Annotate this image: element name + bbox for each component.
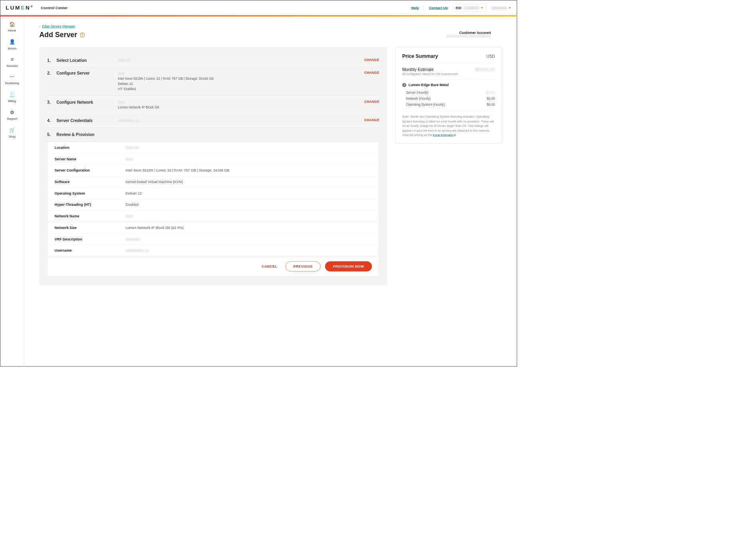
cart-icon: 🛒: [0, 127, 24, 133]
price-section-title: ✓ Lumen Edge Bare Metal: [402, 83, 495, 87]
price-line: Network (Hourly)$0.00: [402, 96, 495, 102]
review-label: Server Name: [55, 157, 126, 161]
wizard-panel: 1. Select Location Xxxx XX CHANGE 2. Con…: [39, 47, 387, 285]
customer-account: Customer Account XXXXXXXXXX (XXXXXXXXX): [446, 31, 491, 39]
username: username: [491, 6, 507, 10]
activity-icon: 〰: [0, 74, 24, 80]
eid-label: EID: [456, 6, 462, 10]
review-table: LocationXxxx XXServer NameXxxxServer Con…: [47, 142, 379, 256]
sidebar-shop[interactable]: 🛒Shop: [0, 124, 24, 142]
change-network-button[interactable]: CHANGE: [364, 100, 379, 104]
monthly-estimate-value: $XXXX.XX: [475, 67, 495, 72]
step-configure-network: 3. Configure Network Xxxx Lumen Network …: [47, 96, 379, 114]
review-row: LocationXxxx XX: [47, 142, 379, 153]
review-row: Server ConfigurationIntel Xeon 5218N | C…: [47, 165, 379, 176]
review-value: Intel Xeon 5218N | Cores: 32 | RAM: 767 …: [126, 168, 229, 172]
review-label: VRF Description: [55, 237, 126, 241]
sidebar-services[interactable]: ≡Services: [0, 54, 24, 71]
home-icon: 🏠: [0, 21, 24, 27]
sidebar-billing[interactable]: 🧾Billing: [0, 89, 24, 106]
edge-estimator-link[interactable]: Edge Estimator: [433, 133, 453, 136]
currency-label: USD: [486, 54, 495, 59]
review-row: Usernamexxxxxxxxxx_xx: [47, 245, 379, 256]
chevron-left-icon: ‹: [39, 25, 40, 29]
previous-button[interactable]: PREVIOUS: [285, 261, 320, 271]
breadcrumb-link[interactable]: Edge Service Manager: [42, 25, 75, 29]
monthly-estimate-subtext: As configured, based on 720 hours/month: [402, 72, 495, 79]
sidebar-home[interactable]: 🏠Home: [0, 19, 24, 36]
change-location-button[interactable]: CHANGE: [364, 58, 379, 62]
review-label: Network Name: [55, 214, 126, 218]
price-note: Note: Server and Operating System licens…: [402, 111, 495, 137]
provision-now-button[interactable]: PROVISION NOW: [325, 261, 372, 271]
review-value: Lumen Network IP Block /26 (62 IPs): [126, 225, 184, 229]
action-bar: CANCEL PREVIOUS PROVISION NOW: [47, 256, 379, 277]
review-row: SoftwareKernel-based Virtual Machine (KV…: [47, 176, 379, 188]
review-row: VRF DescriptionXxxxXXX: [47, 233, 379, 245]
brand-logo: LUMEN®: [6, 4, 32, 11]
invoice-icon: 🧾: [0, 92, 24, 98]
review-value: XxxxXXX: [126, 237, 140, 241]
review-value: Xxxx: [126, 157, 133, 161]
change-server-button[interactable]: CHANGE: [364, 71, 379, 75]
price-line-label: Operating System (Hourly): [406, 103, 445, 107]
review-value: Xxxx: [126, 214, 133, 218]
price-summary-title: Price Summary: [402, 53, 438, 59]
chevron-down-icon: ▼: [509, 6, 511, 9]
review-label: Operating System: [55, 191, 126, 195]
review-value: Debian 12: [126, 191, 142, 195]
step-configure-server: 2. Configure Server Xxxx Intel Xeon 5218…: [47, 67, 379, 96]
page-title: Add Server ?: [39, 31, 85, 39]
sidebar: 🏠Home 👤Admin ≡Services 〰Monitoring 🧾Bill…: [0, 16, 24, 367]
review-label: Hyper-Threading (HT): [55, 203, 126, 207]
price-summary-card: Price Summary USD Monthly Estimate $XXXX…: [395, 47, 502, 143]
contact-us-link[interactable]: Contact Us: [429, 6, 448, 10]
review-row: Server NameXxxx: [47, 153, 379, 165]
review-row: Operating SystemDebian 12: [47, 187, 379, 199]
price-line: Server (Hourly)$X.XX: [402, 90, 495, 96]
review-value: Xxxx XX: [126, 145, 139, 149]
sidebar-support[interactable]: ⚙Support: [0, 106, 24, 124]
review-value: xxxxxxxxxx_xx: [126, 248, 149, 252]
external-link-icon: ⧉: [454, 133, 456, 136]
review-value: Enabled: [126, 203, 139, 207]
step-select-location: 1. Select Location Xxxx XX CHANGE: [47, 54, 379, 67]
eid-selector[interactable]: EID 12345678 ▼: [453, 4, 486, 12]
step-review-provision: 5. Review & Provision: [47, 128, 379, 142]
cancel-button[interactable]: CANCEL: [258, 262, 281, 271]
monthly-estimate-label: Monthly Estimate: [402, 67, 434, 72]
step-server-credentials: 4. Server Credentials xxxxxxxxxx_xx CHAN…: [47, 114, 379, 128]
eid-value: 12345678: [463, 6, 479, 10]
price-line-label: Server (Hourly): [406, 91, 428, 95]
review-row: Network NameXxxx: [47, 211, 379, 222]
help-link[interactable]: Help: [411, 6, 419, 10]
sidebar-admin[interactable]: 👤Admin: [0, 36, 24, 53]
main-content: ‹ Edge Service Manager Add Server ? Cust…: [24, 16, 517, 367]
help-icon[interactable]: ?: [80, 32, 85, 37]
user-menu[interactable]: username ▼: [491, 6, 511, 10]
divider: [424, 5, 424, 11]
sidebar-monitoring[interactable]: 〰Monitoring: [0, 71, 24, 88]
review-label: Software: [55, 179, 126, 183]
review-label: Username: [55, 248, 126, 252]
price-line-amount: $0.00: [487, 97, 495, 101]
product-name: Control Center: [41, 6, 67, 10]
review-label: Network Size: [55, 225, 126, 229]
gear-icon: ⚙: [0, 109, 24, 115]
review-label: Server Configuration: [55, 168, 126, 172]
person-icon: 👤: [0, 39, 24, 45]
review-label: Location: [55, 145, 126, 149]
review-value: Kernel-based Virtual Machine (KVM): [126, 179, 183, 183]
check-icon: ✓: [402, 83, 406, 87]
breadcrumb: ‹ Edge Service Manager: [39, 25, 501, 29]
review-row: Network SizeLumen Network IP Block /26 (…: [47, 222, 379, 233]
chevron-down-icon: ▼: [481, 6, 484, 9]
price-line-amount: $X.XX: [486, 91, 495, 95]
change-credentials-button[interactable]: CHANGE: [364, 118, 379, 122]
review-row: Hyper-Threading (HT)Enabled: [47, 199, 379, 211]
list-icon: ≡: [0, 57, 24, 62]
price-line: Operating System (Hourly)$0.00: [402, 102, 495, 108]
price-line-amount: $0.00: [487, 103, 495, 107]
price-line-label: Network (Hourly): [406, 97, 431, 101]
topbar: LUMEN® Control Center Help Contact Us EI…: [0, 0, 517, 16]
